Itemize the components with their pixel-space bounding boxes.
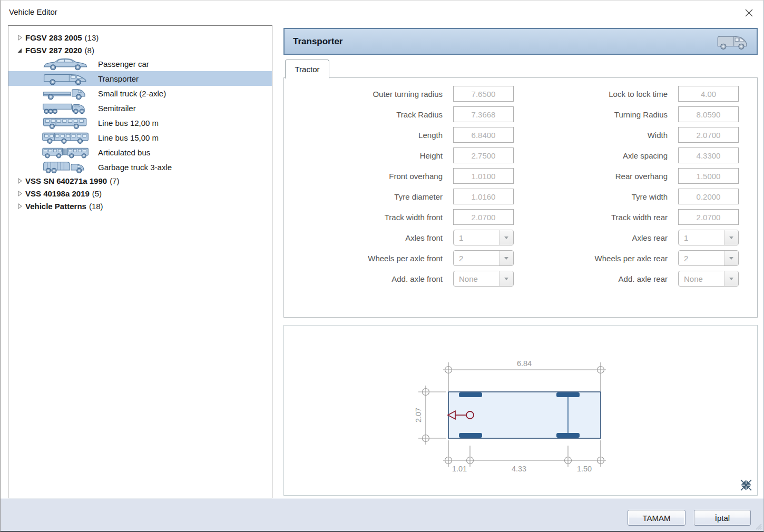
passenger-car-icon [42,57,91,71]
line-bus-12-icon [42,116,91,130]
add-axle-rear-value: None [679,274,724,283]
rear-overhang-label: Rear overhang [509,172,668,181]
dialog-title: Vehicle Editor [9,7,57,16]
chevron-collapsed-icon[interactable] [17,190,24,197]
vehicle-type-header: Transporter [283,28,758,55]
track-width-front-field[interactable] [453,209,514,225]
turning-radius-field[interactable] [678,106,739,122]
chevron-collapsed-icon[interactable] [17,203,24,210]
form-row-front-overhang: Front overhang [284,168,521,184]
form-col-right: Lock to lock timeTurning RadiusWidthAxle… [509,86,746,291]
vehicle-body [448,392,601,438]
collapse-view-icon[interactable] [739,478,753,492]
height-field[interactable] [453,147,514,163]
chevron-collapsed-icon[interactable] [17,34,24,41]
height-label: Height [284,151,443,160]
front-overhang-field[interactable] [453,168,514,184]
width-field[interactable] [678,127,739,143]
axles-front-label: Axles front [284,233,443,242]
tree-item-small-truck-2-axle[interactable]: Small truck (2-axle) [8,86,272,101]
front-overhang-label: Front overhang [284,172,443,181]
tree-item-fgsv-283-2005[interactable]: FGSV 283 2005(13) [8,31,272,44]
axles-front-value: 1 [454,233,499,242]
length-field[interactable] [453,127,514,143]
tree-item-articulated-bus[interactable]: Articulated bus [8,145,272,160]
cancel-button[interactable]: İptal [694,510,751,526]
chevron-collapsed-icon[interactable] [17,178,24,184]
length-label: Length [284,131,443,140]
line-bus-15-icon [42,131,91,145]
add-axle-front-select[interactable]: None [453,271,514,287]
articulated-bus-icon [42,145,91,160]
tree-item-label: Garbage truck 3-axle [98,163,172,172]
drawing-panel: 6.842.071.014.331.50 [283,325,758,496]
form-row-width: Width [509,127,746,143]
tree-item-label: Line bus 12,00 m [98,119,159,127]
lock-to-lock-time-field[interactable] [678,86,739,102]
tree-item-line-bus-15-00-m[interactable]: Line bus 15,00 m [8,130,272,145]
close-icon[interactable] [742,6,755,19]
chevron-down-icon[interactable] [724,230,738,245]
add-axle-rear-select[interactable]: None [678,271,739,287]
tree-item-label: Passenger car [98,60,149,68]
tree-item-label: Transporter [98,74,139,83]
tree-item-vss-sn-640271a-1990[interactable]: VSS SN 640271a 1990(7) [8,174,272,187]
chevron-down-icon[interactable] [724,251,738,265]
tyre-diameter-field[interactable] [453,189,514,204]
wheels-per-axle-rear-select[interactable]: 2 [678,250,739,266]
form-row-tyre-width: Tyre width [509,189,746,204]
form-col-left: Outer turning radiusTrack RadiusLengthHe… [284,86,521,291]
tree-item-count: (18) [89,202,103,211]
ok-button[interactable]: TAMAM [628,510,685,526]
outer-turning-radius-field[interactable] [453,86,514,102]
add-axle-front-label: Add. axle front [284,274,443,283]
tree-item-transporter[interactable]: Transporter [8,71,272,86]
track-width-rear-field[interactable] [678,209,739,225]
tree-item-label: Small truck (2-axle) [98,89,166,98]
form-panel: Outer turning radiusTrack RadiusLengthHe… [283,77,758,318]
tree-item-line-bus-12-00-m[interactable]: Line bus 12,00 m [8,115,272,130]
length-dim-label: 6.84 [517,359,532,368]
chevron-expanded-icon[interactable] [17,47,24,54]
tree-item-label: Line bus 15,00 m [98,133,159,142]
track-radius-field[interactable] [453,106,514,122]
tree-item-semitrailer[interactable]: Semitrailer [8,101,272,115]
wheels-per-axle-front-select[interactable]: 2 [453,250,514,266]
form-row-height: Height [284,147,521,163]
axle-spacing-field[interactable] [678,147,739,163]
tyre-width-field[interactable] [678,189,739,204]
tree-item-fgsv-287-2020[interactable]: FGSV 287 2020(8) [8,44,272,56]
tyre-width-label: Tyre width [509,192,668,201]
lock-to-lock-time-label: Lock to lock time [509,90,668,98]
vehicle-editor-dialog: Vehicle Editor FGSV 283 2005(13)FGSV 287… [0,0,764,532]
wheels-per-axle-front-label: Wheels per axle front [284,254,443,263]
rear-overhang-field[interactable] [678,168,739,184]
vehicle-top-view: 6.842.071.014.331.50 [284,326,757,497]
track-radius-label: Track Radius [284,110,443,119]
tab-tractor-label: Tractor [295,65,320,74]
form-row-add-axle-front: Add. axle frontNone [284,271,521,287]
tree-item-passenger-car[interactable]: Passenger car [8,56,272,71]
tree-item-garbage-truck-3-axle[interactable]: Garbage truck 3-axle [8,160,272,174]
tree-item-label: VSS SN 640271a 1990 [25,176,107,185]
axles-front-select[interactable]: 1 [453,230,514,245]
tab-tractor[interactable]: Tractor [285,60,329,78]
form-row-track-radius: Track Radius [284,106,521,122]
rear-overhang-dim-label: 1.50 [577,465,592,473]
tyre-diameter-label: Tyre diameter [284,192,443,201]
axles-rear-select[interactable]: 1 [678,230,739,245]
small-truck-icon [42,86,91,101]
tree-item-label: FGSV 283 2005 [25,33,82,42]
tree-item-label: VSS 40198a 2019 [25,189,90,198]
tree-item-vehicle-patterns[interactable]: Vehicle Patterns(18) [8,200,272,212]
track-width-rear-label: Track width rear [509,213,668,222]
vehicle-tree: FGSV 283 2005(13)FGSV 287 2020(8)Passeng… [8,25,272,498]
form-row-length: Length [284,127,521,143]
form-row-tyre-diameter: Tyre diameter [284,189,521,204]
resize-grip[interactable] [753,521,762,530]
tree-item-count: (8) [85,46,94,55]
chevron-down-icon[interactable] [724,271,738,286]
tree-item-vss-40198a-2019[interactable]: VSS 40198a 2019(5) [8,187,272,200]
width-label: Width [509,131,668,140]
form-row-wheels-per-axle-front: Wheels per axle front2 [284,250,521,266]
